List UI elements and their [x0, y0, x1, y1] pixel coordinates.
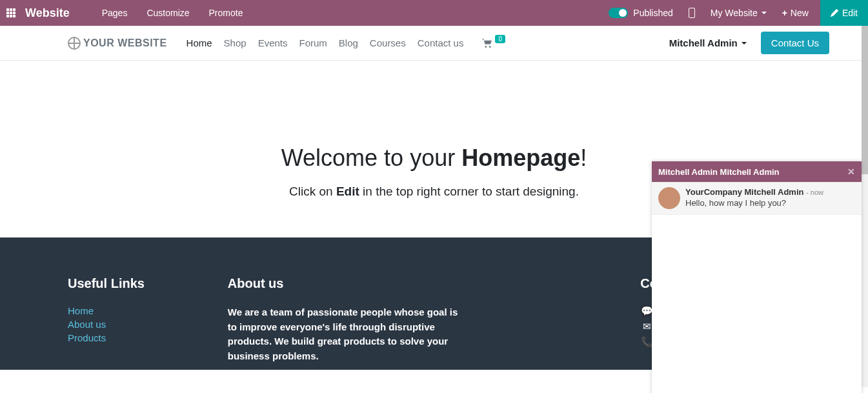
phone-icon — [689, 8, 695, 18]
svg-point-0 — [485, 46, 487, 48]
cart-button[interactable]: 0 — [481, 39, 505, 48]
svg-point-1 — [489, 46, 491, 48]
about-title: About us — [228, 276, 468, 291]
footer-useful-links: Useful Links Home About us Products — [68, 276, 228, 363]
chat-message: YourCompany Mitchell Admin - now Hello, … — [652, 182, 862, 215]
mobile-preview-button[interactable] — [689, 8, 695, 18]
chat-timestamp: now — [811, 188, 823, 196]
footer-link-about[interactable]: About us — [68, 319, 228, 330]
livechat-header[interactable]: Mitchell Admin Mitchell Admin ✕ — [652, 161, 862, 182]
site-header: YOUR WEBSITE Home Shop Events Forum Blog… — [0, 26, 868, 61]
chevron-down-icon — [742, 42, 747, 45]
edit-button[interactable]: Edit — [820, 0, 868, 26]
chat-author: YourCompany Mitchell Admin — [685, 187, 803, 197]
app-topbar: Website Pages Customize Promote Publishe… — [0, 0, 868, 26]
menu-promote[interactable]: Promote — [209, 8, 243, 18]
nav-blog[interactable]: Blog — [339, 37, 358, 48]
menu-pages[interactable]: Pages — [102, 8, 128, 18]
user-menu[interactable]: Mitchell Admin — [669, 37, 747, 48]
nav-events[interactable]: Events — [258, 37, 288, 48]
nav-home[interactable]: Home — [187, 37, 212, 48]
website-switcher[interactable]: My Website — [711, 8, 767, 18]
menu-customize[interactable]: Customize — [146, 8, 189, 18]
nav-courses[interactable]: Courses — [370, 37, 406, 48]
chat-text: Hello, how may I help you? — [685, 198, 823, 208]
cart-badge: 0 — [495, 35, 505, 43]
cart-icon — [481, 39, 493, 48]
avatar — [658, 187, 680, 209]
close-icon[interactable]: ✕ — [847, 166, 855, 177]
nav-contact[interactable]: Contact us — [418, 37, 464, 48]
chat-body — [652, 215, 862, 393]
nav-forum[interactable]: Forum — [299, 37, 327, 48]
publish-toggle[interactable] — [609, 8, 628, 18]
site-nav: Home Shop Events Forum Blog Courses Cont… — [187, 37, 464, 48]
publish-label: Published — [633, 8, 673, 18]
globe-icon — [68, 37, 81, 50]
about-text: We are a team of passionate people whose… — [228, 305, 468, 363]
useful-links-title: Useful Links — [68, 276, 228, 291]
footer-link-home[interactable]: Home — [68, 305, 228, 316]
plus-icon: + — [782, 8, 787, 18]
nav-shop[interactable]: Shop — [224, 37, 247, 48]
new-button[interactable]: +New — [782, 8, 809, 18]
app-title[interactable]: Website — [25, 6, 70, 20]
scrollbar-thumb[interactable] — [862, 26, 868, 174]
footer-link-products[interactable]: Products — [68, 332, 228, 343]
apps-icon[interactable] — [6, 8, 18, 17]
livechat-window: Mitchell Admin Mitchell Admin ✕ YourComp… — [652, 161, 862, 393]
chevron-down-icon — [762, 12, 767, 14]
footer-about: About us We are a team of passionate peo… — [228, 276, 481, 363]
site-logo[interactable]: YOUR WEBSITE — [68, 37, 167, 50]
livechat-title: Mitchell Admin Mitchell Admin — [658, 167, 780, 177]
contact-us-button[interactable]: Contact Us — [761, 32, 829, 54]
pencil-icon — [831, 9, 838, 17]
